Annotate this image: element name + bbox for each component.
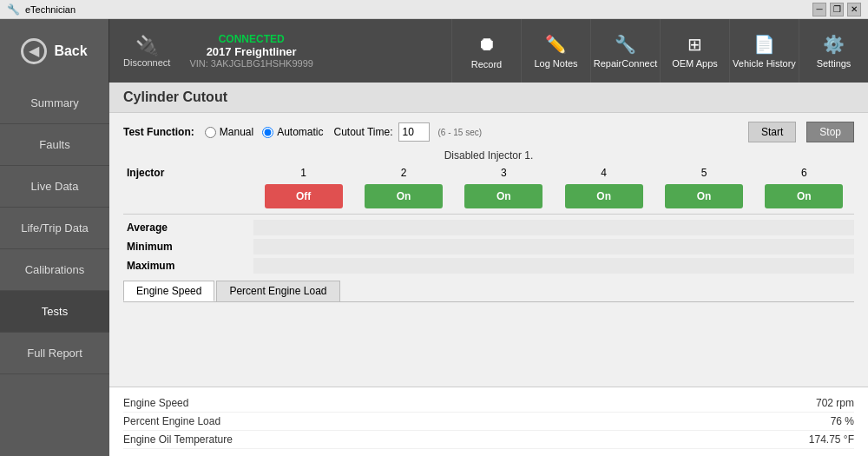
engine-speed-value: 702 rpm: [750, 397, 854, 409]
record-button[interactable]: ⏺ Record: [451, 19, 521, 83]
engine-speed-row: Engine Speed 702 rpm: [123, 394, 854, 413]
cutout-time-note: (6 - 15 sec): [438, 128, 483, 137]
percent-load-row: Percent Engine Load 76 %: [123, 413, 854, 431]
settings-button[interactable]: ⚙️ Settings: [799, 19, 868, 83]
document-icon: 📄: [753, 34, 775, 55]
injector-6-btn[interactable]: On: [765, 184, 843, 208]
percent-load-value: 76 %: [750, 415, 854, 427]
percent-engine-load-tab-label: Percent Engine Load: [229, 285, 326, 297]
vehicle-info: 🔌 Disconnect CONNECTED 2017 Freightliner…: [109, 33, 451, 69]
record-icon: ⏺: [477, 33, 496, 56]
mode-radio-group: Manual Automatic: [205, 126, 324, 138]
content-header: Cylinder Cutout: [109, 83, 868, 113]
title-bar: 🔧 eTechnician ─ ❐ ✕: [0, 0, 868, 19]
start-button[interactable]: Start: [748, 122, 796, 142]
toolbar-actions: ⏺ Record ✏️ Log Notes 🔧 RepairConnect ⊞ …: [451, 19, 868, 83]
grid-icon: ⊞: [687, 34, 702, 55]
injector-label: Injector: [123, 167, 253, 179]
injector-col-headers: 1 2 3 4 5 6: [253, 167, 854, 179]
oil-temp-label: Engine Oil Temperature: [123, 433, 233, 446]
record-label: Record: [471, 59, 502, 69]
injector-header-row: Injector 1 2 3 4 5 6: [123, 167, 854, 179]
manual-radio[interactable]: [205, 127, 216, 138]
injector-col-1: 1: [300, 167, 306, 179]
stats-section: Average Minimum Maximum: [123, 214, 854, 275]
sidebar-item-live-data[interactable]: Live Data: [0, 166, 109, 208]
maximum-row: Maximum: [123, 256, 854, 275]
page-title: Cylinder Cutout: [123, 89, 854, 105]
status-text: Disabled Injector 1.: [123, 149, 854, 162]
manual-label: Manual: [220, 126, 253, 138]
injector-buttons: Off On On On On On: [253, 184, 854, 208]
engine-speed-label: Engine Speed: [123, 397, 188, 409]
cutout-time-label: Cutout Time:: [334, 126, 393, 138]
log-notes-label: Log Notes: [534, 58, 577, 69]
sidebar-item-faults[interactable]: Faults: [0, 124, 109, 166]
main-layout: Summary Faults Live Data Life/Trip Data …: [0, 83, 868, 456]
live-data-label: Live Data: [31, 180, 79, 193]
tests-label: Tests: [42, 305, 68, 318]
test-function-label: Test Function:: [123, 126, 194, 138]
vehicle-name: 2017 Freightliner: [207, 45, 297, 58]
injector-5-btn[interactable]: On: [665, 184, 743, 208]
sidebar-item-tests[interactable]: Tests: [0, 291, 109, 333]
life-trip-label: Life/Trip Data: [21, 221, 89, 235]
vehicle-history-label: Vehicle History: [733, 58, 796, 69]
sidebar-item-full-report[interactable]: Full Report: [0, 333, 109, 374]
injector-3-btn[interactable]: On: [464, 184, 542, 208]
gear-icon: ⚙️: [823, 34, 845, 55]
injector-4-btn[interactable]: On: [565, 184, 643, 208]
close-btn[interactable]: ✕: [847, 3, 861, 17]
data-section: Engine Speed 702 rpm Percent Engine Load…: [109, 387, 868, 456]
test-function-bar: Test Function: Manual Automatic Cutout T…: [123, 122, 854, 142]
settings-label: Settings: [817, 58, 852, 69]
injector-col-2: 2: [401, 167, 407, 179]
injector-2-btn[interactable]: On: [365, 184, 443, 208]
oil-temp-value: 174.75 °F: [750, 433, 854, 446]
disconnect-label[interactable]: Disconnect: [123, 57, 170, 68]
injector-col-6: 6: [801, 167, 807, 179]
faults-label: Faults: [39, 138, 69, 151]
window-controls[interactable]: ─ ❐ ✕: [812, 3, 861, 17]
stop-button[interactable]: Stop: [806, 122, 854, 142]
cutout-time-input[interactable]: [398, 122, 430, 142]
injector-state-row: Off On On On On On: [123, 184, 854, 208]
app-title: eTechnician: [25, 4, 76, 15]
vehicle-history-button[interactable]: 📄 Vehicle History: [729, 19, 799, 83]
injector-col-3: 3: [501, 167, 507, 179]
injector-1-btn[interactable]: Off: [265, 184, 343, 208]
sidebar-item-summary[interactable]: Summary: [0, 83, 109, 124]
tab-percent-engine-load[interactable]: Percent Engine Load: [216, 281, 339, 301]
toolbar: ◀ Back 🔌 Disconnect CONNECTED 2017 Freig…: [0, 19, 868, 83]
wrench-icon: 🔧: [615, 34, 636, 55]
back-label: Back: [54, 43, 87, 59]
percent-load-label: Percent Engine Load: [123, 415, 220, 427]
calibrations-label: Calibrations: [25, 263, 85, 276]
automatic-radio[interactable]: [262, 127, 273, 138]
back-button[interactable]: ◀ Back: [0, 19, 109, 83]
sidebar-item-life-trip[interactable]: Life/Trip Data: [0, 208, 109, 249]
maximum-values: [253, 258, 854, 274]
full-report-label: Full Report: [27, 347, 82, 360]
oem-apps-label: OEM Apps: [672, 58, 718, 69]
sidebar-item-calibrations[interactable]: Calibrations: [0, 249, 109, 291]
log-notes-button[interactable]: ✏️ Log Notes: [521, 19, 590, 83]
restore-btn[interactable]: ❐: [830, 3, 844, 17]
app-icon: 🔧: [7, 3, 20, 16]
average-row: Average: [123, 218, 854, 237]
automatic-radio-option[interactable]: Automatic: [262, 126, 323, 138]
repair-connect-label: RepairConnect: [594, 58, 657, 69]
cutout-time-group: Cutout Time: (6 - 15 sec): [334, 122, 483, 142]
back-arrow-icon: ◀: [21, 38, 47, 64]
content-body: Test Function: Manual Automatic Cutout T…: [109, 113, 868, 387]
average-values: [253, 220, 854, 235]
minimum-values: [253, 239, 854, 254]
minimize-btn[interactable]: ─: [812, 3, 826, 17]
engine-speed-tab-label: Engine Speed: [136, 285, 201, 297]
automatic-label: Automatic: [277, 126, 323, 138]
oem-apps-button[interactable]: ⊞ OEM Apps: [660, 19, 729, 83]
repair-connect-button[interactable]: 🔧 RepairConnect: [590, 19, 660, 83]
minimum-row: Minimum: [123, 237, 854, 256]
tab-engine-speed[interactable]: Engine Speed: [123, 281, 214, 301]
manual-radio-option[interactable]: Manual: [205, 126, 253, 138]
